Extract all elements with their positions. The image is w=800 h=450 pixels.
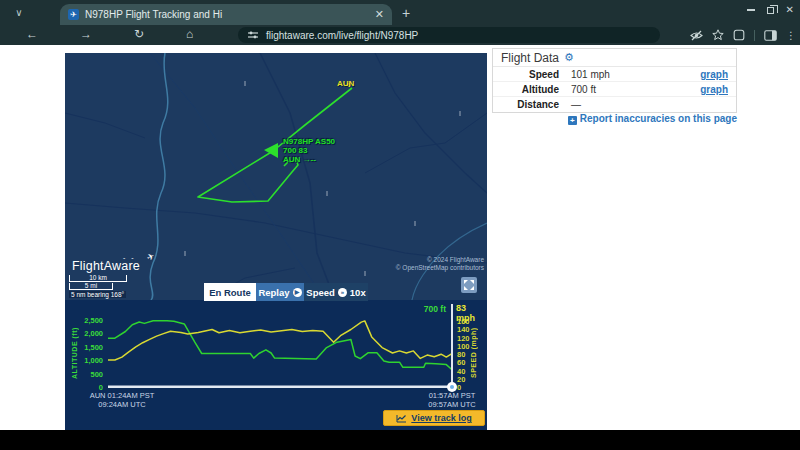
row-value: 700 ft [571, 84, 596, 95]
replay-label: Replay [258, 287, 289, 298]
flightaware-page: N978HP AS50 700 83 AUN →-- AUN ‐ ‐ ✈ Fli… [0, 45, 800, 430]
row-label: Altitude [501, 84, 559, 95]
back-icon[interactable]: ← [26, 25, 38, 45]
map-scalebar: 10 km 5 mi 5 nm bearing 168° [69, 275, 179, 298]
current-time-cursor[interactable] [451, 304, 453, 388]
altitude_ft-series-line [108, 321, 452, 370]
report-inaccuracies-link[interactable]: +Report inaccuracies on this page [492, 113, 737, 125]
altitude-axis-label: ALTITUDE (ft) [71, 318, 78, 388]
view-track-log-label: View track log [411, 413, 471, 423]
chart-start-time: AUN 01:24AM PST 09:24AM UTC [67, 392, 177, 409]
speed-axis-label: SPEED (mph) [470, 318, 477, 388]
speed-label: Speed [306, 287, 335, 298]
altitude-speed-chart[interactable] [108, 318, 455, 388]
bookmark-star-icon[interactable] [712, 29, 724, 41]
screen: ∨ ✈ N978HP Flight Tracking and Hi ✕ + ✕ … [0, 0, 800, 450]
flight-data-card: Flight Data ⚙ Speed101 mphgraphAltitude7… [492, 48, 737, 113]
attribution-osm[interactable]: © OpenStreetMap contributors [396, 264, 484, 272]
browser-menu-icon[interactable]: ⋮ [786, 30, 796, 41]
aircraft-label-alt-speed: 700 83 [283, 146, 335, 155]
reload-icon[interactable]: ↻ [134, 25, 144, 45]
address-bar[interactable]: flightaware.com/live/flight/N978HP [238, 27, 660, 43]
replay-button[interactable]: Replay ▶ [256, 283, 304, 301]
current-speed-readout: 83 mph [456, 303, 487, 323]
chromeos-shelf: 2 Jan 12 1:58 [0, 430, 800, 450]
new-tab-button[interactable]: + [402, 5, 410, 21]
window-restore-icon[interactable] [767, 7, 774, 14]
speed-rate-label: 10x [350, 287, 366, 298]
row-value: — [571, 99, 581, 110]
en-route-tab[interactable]: En Route [204, 283, 256, 301]
flight-data-row: Altitude700 ftgraph [493, 82, 736, 97]
forward-icon[interactable]: → [80, 25, 92, 45]
browser-tab[interactable]: ✈ N978HP Flight Tracking and Hi ✕ [60, 4, 392, 25]
map-expand-button[interactable] [461, 277, 477, 293]
map-attribution: © 2024 FlightAware © OpenStreetMap contr… [396, 256, 484, 271]
aircraft-label-ident: N978HP AS50 [283, 137, 335, 146]
gear-icon[interactable]: ⚙ [564, 51, 574, 64]
flight-data-row: Distance— [493, 97, 736, 112]
toolbar-right-icons: ⋮ [690, 25, 796, 45]
play-icon: ▶ [293, 288, 302, 297]
flight-map[interactable]: N978HP AS50 700 83 AUN →-- AUN ‐ ‐ ✈ Fli… [65, 53, 487, 300]
window-minimize-icon[interactable] [747, 9, 755, 11]
speed_mph-series-line [108, 321, 452, 360]
tab-search-button[interactable]: ∨ [10, 5, 28, 21]
report-link-label: Report inaccuracies on this page [580, 113, 737, 124]
toolbar-separator [754, 30, 755, 41]
chart-end-time: 01:57AM PST 09:57AM UTC [397, 392, 507, 409]
browser-toolbar: ← → ↻ ⌂ flightaware.com/live/flight/N978… [0, 25, 800, 45]
expand-arrows-icon [461, 277, 477, 293]
flight-chart-section: 2,5002,0001,5001,0005000 160140120100806… [65, 300, 487, 430]
replay-speed-button[interactable]: Speed » 10x [304, 283, 368, 301]
scale-bearing: 5 nm bearing 168° [69, 291, 126, 298]
scale-km: 10 km [69, 275, 127, 282]
flight-data-title: Flight Data [501, 51, 559, 65]
scale-mi: 5 mi [69, 283, 113, 290]
flight-data-rows: Speed101 mphgraphAltitude700 ftgraphDist… [493, 67, 736, 112]
en-route-label: En Route [209, 287, 251, 298]
start-time-utc: 09:24AM UTC [67, 401, 177, 410]
row-label: Distance [501, 99, 559, 110]
graph-link[interactable]: graph [700, 69, 728, 80]
end-time-utc: 09:57AM UTC [397, 401, 507, 410]
airport-label[interactable]: AUN [337, 79, 354, 88]
aircraft-map-label[interactable]: N978HP AS50 700 83 AUN →-- [283, 137, 335, 164]
row-value: 101 mph [571, 69, 610, 80]
flight-visual-column: N978HP AS50 700 83 AUN →-- AUN ‐ ‐ ✈ Fli… [65, 53, 487, 430]
url-text: flightaware.com/live/flight/N978HP [266, 30, 418, 41]
tab-close-icon[interactable]: ✕ [375, 8, 384, 21]
flight-data-row: Speed101 mphgraph [493, 67, 736, 82]
side-panel-icon[interactable] [764, 30, 777, 41]
flight-data-header: Flight Data ⚙ [493, 49, 736, 67]
report-plus-icon: + [568, 116, 577, 125]
site-info-icon[interactable] [248, 30, 258, 40]
window-close-icon[interactable]: ✕ [786, 6, 794, 14]
row-label: Speed [501, 69, 559, 80]
flightaware-logo: FlightAware [72, 259, 140, 273]
aircraft-label-route: AUN →-- [283, 155, 335, 164]
tab-title: N978HP Flight Tracking and Hi [85, 9, 365, 20]
map-playback-controls: En Route Replay ▶ Speed » 10x [204, 283, 368, 301]
extensions-icon[interactable] [733, 29, 745, 41]
eye-off-icon[interactable] [690, 30, 703, 41]
browser-chrome: ∨ ✈ N978HP Flight Tracking and Hi ✕ + ✕ … [0, 0, 800, 45]
track-log-chart-icon [396, 414, 407, 423]
current-altitude-readout: 700 ft [365, 304, 446, 314]
view-track-log-button[interactable]: View track log [383, 410, 485, 426]
window-controls: ✕ [747, 2, 794, 18]
attribution-flightaware[interactable]: © 2024 FlightAware [396, 256, 484, 264]
flightaware-favicon-icon: ✈ [68, 9, 79, 20]
home-icon[interactable]: ⌂ [186, 25, 193, 45]
fast-forward-icon: » [338, 288, 347, 297]
graph-link[interactable]: graph [700, 84, 728, 95]
